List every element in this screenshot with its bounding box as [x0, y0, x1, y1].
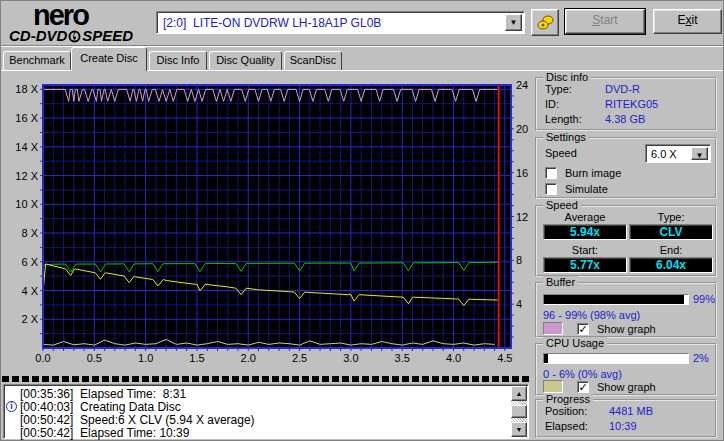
burn-image-label: Burn image: [565, 167, 621, 179]
flame-disc-icon: [68, 29, 81, 46]
svg-text:2.0: 2.0: [241, 352, 256, 364]
svg-text:8: 8: [516, 254, 522, 266]
log-scrollbar[interactable]: ▲ ▼: [511, 386, 527, 437]
group-title: Progress: [543, 393, 593, 405]
chevron-down-icon[interactable]: ▼: [691, 147, 708, 160]
buffer-graph-swatch: [543, 322, 563, 335]
group-title: Speed: [543, 199, 581, 211]
elapsed-label: Elapsed:: [545, 420, 588, 432]
end-speed-label: End:: [629, 244, 713, 256]
svg-text:2.5: 2.5: [292, 352, 307, 364]
group-title: Disc info: [543, 71, 591, 83]
cpu-percent: 2%: [693, 352, 709, 364]
svg-text:4 X: 4 X: [21, 285, 38, 297]
cpu-graph-swatch: [543, 380, 563, 393]
info-icon: i: [6, 401, 17, 412]
position-value: 4481 MB: [609, 405, 653, 417]
svg-text:1.0: 1.0: [138, 352, 153, 364]
start-speed-label: Start:: [543, 244, 627, 256]
speed-results-group: Speed Average Type: 5.94x CLV Start: End…: [535, 205, 717, 277]
tab-disc-info[interactable]: Disc Info: [149, 51, 207, 70]
options-button[interactable]: [531, 9, 559, 36]
scrollbar-thumb[interactable]: [511, 405, 527, 418]
settings-group: Settings Speed 6.0 X ▼ Burn image Simula…: [535, 137, 717, 199]
svg-text:0.0: 0.0: [35, 352, 50, 364]
write-speed-chart: 2 X4 X6 X8 X10 X12 X14 X16 X18 X48121620…: [1, 71, 531, 367]
speed-select-combobox[interactable]: 6.0 X ▼: [645, 144, 711, 163]
group-title: Settings: [543, 131, 589, 143]
cpu-range: 0 - 6% (0% avg): [543, 368, 622, 380]
tools-icon: [536, 21, 555, 35]
svg-text:24: 24: [516, 79, 528, 91]
drive-select-combobox[interactable]: [2:0] LITE-ON DVDRW LH-18A1P GL0B ▼: [156, 11, 525, 34]
svg-text:3.0: 3.0: [343, 352, 358, 364]
cpu-show-graph-checkbox[interactable]: ✓: [577, 381, 589, 393]
buffer-group: Buffer 99% 96 - 99% (98% avg) ✓ Show gra…: [535, 282, 717, 338]
scroll-up-icon[interactable]: ▲: [511, 386, 527, 401]
buffer-show-graph-checkbox[interactable]: ✓: [577, 323, 589, 335]
logo-speed: SPEED: [82, 27, 133, 44]
tab-benchmark[interactable]: Benchmark: [3, 51, 71, 70]
group-title: Buffer: [543, 276, 578, 288]
svg-text:18 X: 18 X: [15, 83, 38, 95]
disc-type-value: DVD-R: [605, 83, 640, 95]
svg-text:4: 4: [516, 298, 522, 310]
disc-length-value: 4.38 GB: [605, 113, 645, 125]
disc-id-label: ID:: [545, 98, 559, 110]
disc-id-value: RITEKG05: [605, 98, 658, 110]
speed-type-value: CLV: [629, 224, 713, 240]
exit-button[interactable]: Exit: [653, 9, 722, 34]
log-line: [00:40:03] Creating Data Disc: [20, 400, 181, 414]
svg-text:20: 20: [516, 123, 528, 135]
buffer-percent: 99%: [693, 293, 715, 305]
log-splitter[interactable]: [2, 375, 530, 382]
buffer-show-graph-label: Show graph: [597, 323, 656, 335]
tab-scandisc[interactable]: ScanDisc: [284, 51, 342, 70]
svg-text:6 X: 6 X: [21, 256, 38, 268]
position-label: Position:: [545, 405, 587, 417]
svg-text:0.5: 0.5: [87, 352, 102, 364]
buffer-level-bar: [543, 294, 689, 305]
simulate-checkbox[interactable]: [545, 183, 557, 195]
logo-cddvd: CD-DVD: [9, 27, 67, 44]
start-speed-value: 5.77x: [543, 257, 627, 273]
log-line: [00:35:36] Elapsed Time: 8:31: [20, 387, 186, 401]
simulate-label: Simulate: [565, 183, 608, 195]
group-title: CPU Usage: [543, 337, 607, 349]
start-button[interactable]: Start: [565, 9, 645, 34]
progress-group: Progress Position: 4481 MB Elapsed: 10:3…: [535, 399, 717, 438]
elapsed-value: 10:39: [609, 420, 637, 432]
burn-image-checkbox[interactable]: [545, 167, 557, 179]
cpu-show-graph-label: Show graph: [597, 381, 656, 393]
svg-text:3.5: 3.5: [395, 352, 410, 364]
svg-text:4.5: 4.5: [497, 352, 512, 364]
disc-info-group: Disc info Type: DVD-R ID: RITEKG05 Lengt…: [535, 77, 717, 131]
log-line: [00:50:42] Speed:6 X CLV (5.94 X average…: [20, 413, 255, 427]
end-speed-value: 6.04x: [629, 257, 713, 273]
drive-select-value: [2:0] LITE-ON DVDRW LH-18A1P GL0B: [163, 16, 381, 30]
chevron-down-icon[interactable]: ▼: [505, 14, 522, 31]
cpu-usage-group: CPU Usage 2% 0 - 6% (0% avg) ✓ Show grap…: [535, 343, 717, 396]
disc-length-label: Length:: [545, 113, 582, 125]
svg-text:4.0: 4.0: [446, 352, 461, 364]
tab-disc-quality[interactable]: Disc Quality: [209, 51, 282, 70]
nero-wordmark: nero: [9, 3, 159, 27]
svg-text:10 X: 10 X: [15, 198, 38, 210]
disc-type-label: Type:: [545, 83, 572, 95]
log-line: [00:50:42] Elapsed Time: 10:39: [20, 426, 189, 440]
scroll-down-icon[interactable]: ▼: [511, 422, 527, 437]
svg-text:1.5: 1.5: [189, 352, 204, 364]
cpu-usage-bar: [543, 353, 689, 364]
svg-text:12 X: 12 X: [15, 170, 38, 182]
nero-logo: nero CD-DVDSPEED: [9, 3, 159, 46]
svg-text:14 X: 14 X: [15, 141, 38, 153]
buffer-range: 96 - 99% (98% avg): [543, 309, 640, 321]
svg-text:12: 12: [516, 211, 528, 223]
average-speed-value: 5.94x: [543, 224, 627, 240]
tab-create-disc[interactable]: Create Disc: [71, 47, 147, 71]
speed-setting-label: Speed: [545, 147, 577, 159]
svg-text:8 X: 8 X: [21, 227, 38, 239]
type-label: Type:: [629, 211, 713, 223]
event-log[interactable]: i [00:35:36] Elapsed Time: 8:31 [00:40:0…: [3, 384, 529, 439]
svg-text:2 X: 2 X: [21, 313, 38, 325]
